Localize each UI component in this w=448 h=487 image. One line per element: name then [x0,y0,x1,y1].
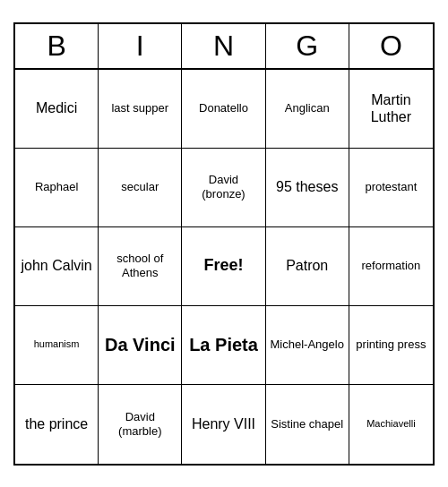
bingo-card: BINGO Medicilast supperDonatelloAnglican… [13,22,435,466]
bingo-cell-r3-c2: La Pieta [182,306,265,385]
bingo-cell-r1-c3: 95 theses [266,149,349,227]
bingo-cell-r3-c0: humanism [15,306,99,385]
bingo-cell-r4-c2: Henry VIII [182,385,265,464]
bingo-header-letter: G [266,24,349,68]
bingo-cell-r3-c4: printing press [349,306,433,385]
bingo-cell-r0-c3: Anglican [266,70,349,149]
bingo-cell-r0-c2: Donatello [182,70,265,149]
bingo-cell-r4-c4: Machiavelli [349,385,433,464]
bingo-cell-r1-c0: Raphael [15,149,99,227]
bingo-cell-r3-c1: Da Vinci [99,306,182,385]
bingo-cell-r1-c2: David (bronze) [182,149,265,227]
bingo-header: BINGO [15,24,433,70]
bingo-cell-r2-c3: Patron [266,227,349,306]
bingo-cell-r2-c2: Free! [182,227,265,306]
bingo-cell-r0-c1: last supper [99,70,182,149]
bingo-cell-r3-c3: Michel-Angelo [266,306,349,385]
bingo-header-letter: N [182,24,265,68]
bingo-cell-r0-c0: Medici [15,70,99,149]
bingo-header-letter: O [349,24,433,68]
bingo-cell-r4-c3: Sistine chapel [266,385,349,464]
bingo-cell-r1-c1: secular [99,149,182,227]
bingo-header-letter: I [99,24,182,68]
bingo-cell-r2-c1: school of Athens [99,227,182,306]
bingo-cell-r1-c4: protestant [349,149,433,227]
bingo-cell-r2-c0: john Calvin [15,227,99,306]
bingo-cell-r4-c1: David (marble) [99,385,182,464]
bingo-cell-r4-c0: the prince [15,385,99,464]
bingo-header-letter: B [15,24,99,68]
bingo-cell-r2-c4: reformation [349,227,433,306]
bingo-cell-r0-c4: Martin Luther [349,70,433,149]
bingo-grid: Medicilast supperDonatelloAnglicanMartin… [15,70,433,464]
